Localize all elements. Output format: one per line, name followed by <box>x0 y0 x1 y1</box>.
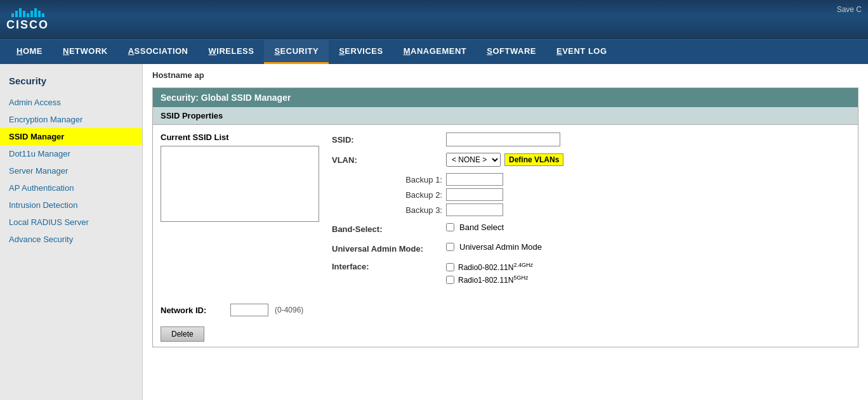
nav-link-management[interactable]: MANAGEMENT <box>393 40 477 62</box>
radio0-checkbox[interactable] <box>446 263 454 271</box>
ssid-listbox[interactable] <box>161 146 319 222</box>
navigation-bar: HOME NETWORK ASSOCIATION WIRELESS SECURI… <box>0 39 868 64</box>
ssid-field-control <box>446 132 560 146</box>
radio1-label: Radio1-802.11N5GHz <box>458 274 528 285</box>
nav-item-home[interactable]: HOME <box>6 40 53 64</box>
backup2-label: Backup 2: <box>332 190 446 200</box>
sidebar-item-ssid-manager[interactable]: SSID Manager <box>0 128 142 145</box>
universal-admin-checkbox-label: Universal Admin Mode <box>459 242 542 252</box>
cisco-wordmark: CISCO <box>6 18 49 32</box>
bar8 <box>38 11 41 17</box>
interface-row: Interface: Radio0-802.11N2.4GHz <box>332 262 850 285</box>
band-select-label: Band-Select: <box>332 224 446 234</box>
universal-admin-row: Universal Admin Mode: Universal Admin Mo… <box>332 242 850 255</box>
nav-item-security[interactable]: SECURITY <box>264 40 329 64</box>
nav-link-security[interactable]: SECURITY <box>264 40 329 64</box>
backup1-input[interactable] <box>446 173 503 186</box>
sidebar: Security Admin Access Encryption Manager… <box>0 64 143 400</box>
nav-item-wireless[interactable]: WIRELESS <box>199 40 265 64</box>
interface-options: Radio0-802.11N2.4GHz Radio1-802.11N5GHz <box>446 262 533 285</box>
band-select-checkbox[interactable] <box>446 223 454 231</box>
header: CISCO Save C <box>0 0 868 39</box>
nav-link-software[interactable]: SOFTWARE <box>477 40 546 62</box>
sidebar-item-advance-security[interactable]: Advance Security <box>0 231 142 248</box>
ssid-list-panel: Current SSID List <box>161 132 319 291</box>
bar1 <box>11 13 14 17</box>
radio0-label: Radio0-802.11N2.4GHz <box>458 262 533 272</box>
backup2-input[interactable] <box>446 188 503 201</box>
nav-link-network[interactable]: NETWORK <box>53 40 118 62</box>
sidebar-item-server-manager[interactable]: Server Manager <box>0 162 142 179</box>
delete-area: Delete <box>153 321 858 347</box>
bar5 <box>27 13 29 17</box>
nav-item-management[interactable]: MANAGEMENT <box>393 40 477 64</box>
band-select-checkbox-label: Band Select <box>459 223 504 232</box>
backup1-row: Backup 1: <box>332 173 850 186</box>
network-id-hint: (0-4096) <box>275 306 303 314</box>
universal-admin-label: Universal Admin Mode: <box>332 244 446 254</box>
nav-link-home[interactable]: HOME <box>6 40 53 62</box>
vlan-field-row: VLAN: < NONE > Define VLANs <box>332 153 850 167</box>
sidebar-item-encryption-manager[interactable]: Encryption Manager <box>0 111 142 128</box>
network-id-row: Network ID: (0-4096) <box>153 299 858 321</box>
ssid-properties-form: SSID: VLAN: < NONE > Define VLANs <box>332 132 850 291</box>
ssid-input[interactable] <box>446 132 560 146</box>
bar3 <box>19 8 22 17</box>
nav-item-software[interactable]: SOFTWARE <box>477 40 546 64</box>
ssid-section: Security: Global SSID Manager SSID Prope… <box>152 87 858 347</box>
sidebar-title: Security <box>0 70 142 94</box>
radio0-row: Radio0-802.11N2.4GHz <box>446 262 533 272</box>
section-subheader: SSID Properties <box>153 107 858 125</box>
radio1-row: Radio1-802.11N5GHz <box>446 274 533 285</box>
delete-button[interactable]: Delete <box>161 326 204 342</box>
radio1-checkbox[interactable] <box>446 276 454 284</box>
ssid-body: Current SSID List SSID: VLAN: <box>153 125 858 299</box>
cisco-logo: CISCO <box>6 8 49 32</box>
universal-admin-control: Universal Admin Mode <box>446 242 542 252</box>
hostname-label: Hostname ap <box>152 70 858 80</box>
vlan-field-control: < NONE > Define VLANs <box>446 153 563 167</box>
vlan-select[interactable]: < NONE > <box>446 153 501 167</box>
backup3-input[interactable] <box>446 203 503 216</box>
nav-item-eventlog[interactable]: EVENT LOG <box>546 40 617 64</box>
interface-label: Interface: <box>332 262 446 271</box>
bar2 <box>15 11 18 17</box>
define-vlans-button[interactable]: Define VLANs <box>504 153 563 166</box>
nav-item-services[interactable]: SERVICES <box>329 40 393 64</box>
bar9 <box>42 13 44 17</box>
network-id-input[interactable] <box>230 304 268 316</box>
backup3-row: Backup 3: <box>332 203 850 216</box>
ssid-list-label: Current SSID List <box>161 132 319 142</box>
section-header: Security: Global SSID Manager <box>153 88 858 107</box>
vlan-field-label: VLAN: <box>332 155 446 165</box>
cisco-logo-bars <box>11 8 44 17</box>
bar4 <box>23 11 25 17</box>
band-select-row: Band-Select: Band Select <box>332 223 850 236</box>
sidebar-item-dot11u-manager[interactable]: Dot11u Manager <box>0 145 142 162</box>
sidebar-item-admin-access[interactable]: Admin Access <box>0 94 142 111</box>
bar6 <box>30 11 33 17</box>
nav-item-network[interactable]: NETWORK <box>53 40 118 64</box>
network-id-label: Network ID: <box>161 306 224 315</box>
nav-item-association[interactable]: ASSOCIATION <box>118 40 199 64</box>
ssid-field-row: SSID: <box>332 132 850 146</box>
nav-link-services[interactable]: SERVICES <box>329 40 393 62</box>
nav-link-eventlog[interactable]: EVENT LOG <box>546 40 617 62</box>
sidebar-item-intrusion-detection[interactable]: Intrusion Detection <box>0 197 142 214</box>
ssid-field-label: SSID: <box>332 135 446 145</box>
save-button[interactable]: Save C <box>837 5 862 14</box>
backup3-label: Backup 3: <box>332 205 446 215</box>
sidebar-item-ap-authentication[interactable]: AP Authentication <box>0 179 142 197</box>
backup2-row: Backup 2: <box>332 188 850 201</box>
main-layout: Security Admin Access Encryption Manager… <box>0 64 868 400</box>
backup1-label: Backup 1: <box>332 175 446 184</box>
bar7 <box>34 8 37 17</box>
band-select-control: Band Select <box>446 223 504 232</box>
nav-link-association[interactable]: ASSOCIATION <box>118 40 199 62</box>
universal-admin-checkbox[interactable] <box>446 243 454 251</box>
nav-link-wireless[interactable]: WIRELESS <box>199 40 265 62</box>
sidebar-item-local-radius-server[interactable]: Local RADIUS Server <box>0 214 142 231</box>
content-area: Hostname ap Security: Global SSID Manage… <box>143 64 868 400</box>
